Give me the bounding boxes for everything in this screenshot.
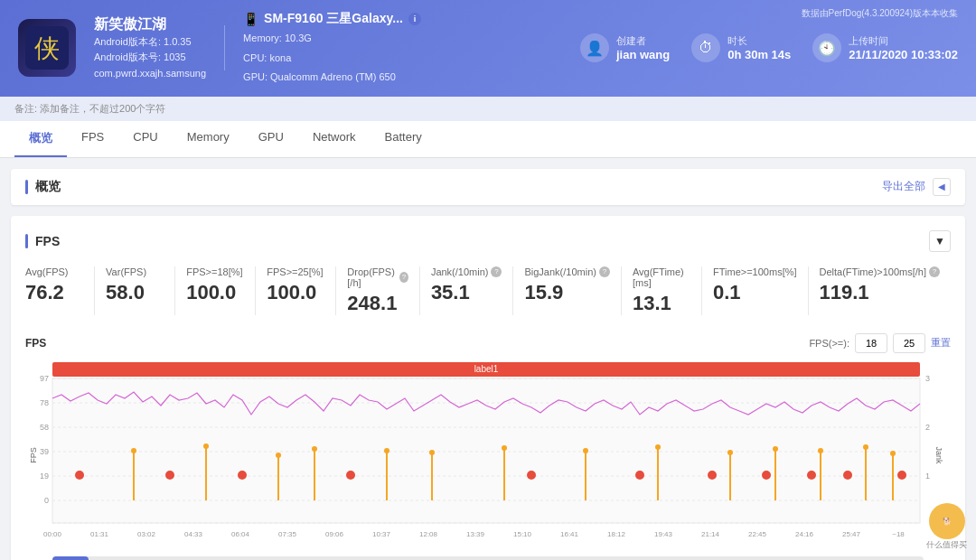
fps-panel: FPS ▼ Avg(FPS)76.2Var(FPS)58.0FPS>=18[%]… bbox=[11, 216, 965, 560]
chart-scrollbar-thumb[interactable] bbox=[52, 556, 89, 560]
svg-rect-4 bbox=[52, 378, 920, 523]
app-package: com.pwrd.xxajh.samsung bbox=[94, 66, 206, 82]
svg-point-54 bbox=[635, 471, 644, 480]
svg-point-50 bbox=[165, 471, 174, 480]
upload-icon: 🕙 bbox=[812, 33, 841, 62]
nav-tab-memory[interactable]: Memory bbox=[173, 121, 244, 157]
device-name: 📱 SM-F9160 三星Galaxy... i bbox=[243, 11, 421, 27]
info-icon-4: ? bbox=[399, 272, 408, 283]
nav-tab-cpu[interactable]: CPU bbox=[118, 121, 172, 157]
stat-col-2: FPS>=18[%]100.0 bbox=[175, 266, 256, 315]
svg-text:21:14: 21:14 bbox=[701, 530, 720, 538]
nav-tab-fps[interactable]: FPS bbox=[67, 121, 118, 157]
svg-text:12:08: 12:08 bbox=[419, 530, 438, 538]
device-info-icon: i bbox=[408, 13, 421, 25]
svg-text:19:43: 19:43 bbox=[654, 530, 673, 538]
app-android-build: Android版本号: 1035 bbox=[94, 50, 206, 66]
svg-point-28 bbox=[312, 446, 317, 452]
nav-tab-gpu[interactable]: GPU bbox=[244, 121, 298, 157]
overview-collapse-button[interactable]: ◀ bbox=[933, 178, 951, 196]
svg-point-24 bbox=[203, 443, 209, 449]
nav-tab-overview[interactable]: 概览 bbox=[14, 121, 67, 157]
fps-reset-button[interactable]: 重置 bbox=[931, 336, 951, 350]
stat-value-4: 248.1 bbox=[347, 292, 408, 315]
stat-name-2: FPS>=18[%] bbox=[186, 266, 244, 277]
stat-name-1: Var(FPS) bbox=[106, 266, 164, 277]
fps-collapse-button[interactable]: ▼ bbox=[929, 230, 951, 252]
info-icon-9: ? bbox=[929, 266, 940, 277]
fps-panel-header: FPS ▼ bbox=[25, 230, 951, 252]
svg-point-55 bbox=[708, 471, 717, 480]
svg-point-52 bbox=[346, 471, 355, 480]
header: 侠 新笑傲江湖 Android版本名: 1.0.35 Android版本号: 1… bbox=[0, 0, 976, 97]
svg-text:~18: ~18 bbox=[892, 530, 905, 538]
stat-name-3: FPS>=25[%] bbox=[267, 266, 324, 277]
stat-value-6: 15.9 bbox=[524, 281, 609, 304]
stat-value-8: 0.1 bbox=[713, 281, 797, 304]
device-cpu: CPU: kona bbox=[243, 51, 421, 67]
svg-text:2: 2 bbox=[925, 423, 930, 432]
stat-value-1: 58.0 bbox=[106, 281, 164, 304]
header-stats: 👤 创建者 jian wang ⏱ 时长 0h 30m 14s 🕙 上传时间 2… bbox=[580, 33, 958, 62]
stat-value-7: 13.1 bbox=[633, 292, 690, 315]
svg-text:04:33: 04:33 bbox=[184, 530, 203, 538]
svg-text:58: 58 bbox=[40, 423, 49, 432]
svg-text:13:39: 13:39 bbox=[466, 530, 485, 538]
stat-name-5: Jank(/10min)? bbox=[431, 266, 502, 277]
upload-stat: 🕙 上传时间 21/11/2020 10:33:02 bbox=[812, 33, 958, 62]
device-gpu: GPU: Qualcomm Adreno (TM) 650 bbox=[243, 70, 421, 86]
chart-scrollbar[interactable] bbox=[52, 556, 924, 560]
stat-col-4: Drop(FPS)[/h]?248.1 bbox=[336, 266, 420, 315]
data-source: 数据由PerfDog(4.3.200924)版本本收集 bbox=[802, 7, 958, 20]
svg-text:16:41: 16:41 bbox=[560, 530, 579, 538]
svg-text:10:37: 10:37 bbox=[372, 530, 391, 538]
stat-col-3: FPS>=25[%]100.0 bbox=[256, 266, 336, 315]
nav-tab-battery[interactable]: Battery bbox=[371, 121, 436, 157]
svg-point-32 bbox=[429, 450, 435, 455]
phone-icon: 📱 bbox=[243, 12, 258, 26]
device-info: 📱 SM-F9160 三星Galaxy... i Memory: 10.3G C… bbox=[243, 11, 421, 86]
svg-text:侠: 侠 bbox=[34, 34, 60, 62]
svg-point-30 bbox=[384, 448, 389, 453]
stat-name-4: Drop(FPS)[/h]? bbox=[347, 266, 408, 288]
svg-point-57 bbox=[807, 471, 816, 480]
app-android-version: Android版本名: 1.0.35 bbox=[94, 34, 206, 51]
divider-1 bbox=[224, 25, 225, 70]
stat-value-5: 35.1 bbox=[431, 281, 502, 304]
svg-text:25:47: 25:47 bbox=[842, 530, 861, 538]
stat-value-2: 100.0 bbox=[186, 281, 244, 304]
stat-name-8: FTime>=100ms[%] bbox=[713, 266, 797, 277]
stat-col-1: Var(FPS)58.0 bbox=[95, 266, 175, 315]
duration-icon: ⏱ bbox=[691, 33, 720, 62]
overview-section-header: 概览 导出全部 ◀ bbox=[11, 169, 965, 205]
stat-name-0: Avg(FPS) bbox=[25, 266, 83, 277]
upload-value: 21/11/2020 10:33:02 bbox=[849, 48, 958, 61]
svg-point-49 bbox=[75, 471, 84, 480]
svg-point-53 bbox=[527, 471, 536, 480]
svg-text:97: 97 bbox=[40, 374, 49, 383]
author-value: jian wang bbox=[616, 48, 670, 61]
export-button[interactable]: 导出全部 bbox=[882, 179, 925, 194]
upload-label: 上传时间 bbox=[849, 34, 958, 48]
svg-point-51 bbox=[238, 471, 247, 480]
chart-controls: FPS FPS(>=): 重置 bbox=[25, 333, 951, 353]
stat-col-5: Jank(/10min)?35.1 bbox=[420, 266, 514, 315]
svg-point-44 bbox=[818, 448, 823, 453]
svg-text:22:45: 22:45 bbox=[748, 530, 767, 538]
fps-chart-svg: label1 97 78 58 39 19 0 3 2 1 bbox=[25, 360, 947, 550]
svg-text:0: 0 bbox=[44, 496, 49, 505]
stat-name-6: BigJank(/10min)? bbox=[524, 266, 609, 277]
fps-max-input[interactable] bbox=[893, 333, 925, 353]
svg-point-40 bbox=[727, 450, 733, 455]
svg-text:18:12: 18:12 bbox=[607, 530, 626, 538]
watermark: 🐕 什么值得买 bbox=[926, 503, 967, 551]
app-info: 新笑傲江湖 Android版本名: 1.0.35 Android版本号: 103… bbox=[94, 15, 206, 82]
fps-min-input[interactable] bbox=[855, 333, 887, 353]
nav-tab-network[interactable]: Network bbox=[298, 121, 371, 157]
fps-stats-grid: Avg(FPS)76.2Var(FPS)58.0FPS>=18[%]100.0F… bbox=[25, 266, 951, 315]
app-icon: 侠 bbox=[18, 19, 76, 77]
stat-col-7: Avg(FTime)[ms]13.1 bbox=[622, 266, 702, 315]
svg-text:1: 1 bbox=[925, 471, 930, 481]
svg-text:39: 39 bbox=[40, 447, 49, 456]
stat-value-0: 76.2 bbox=[25, 281, 83, 304]
